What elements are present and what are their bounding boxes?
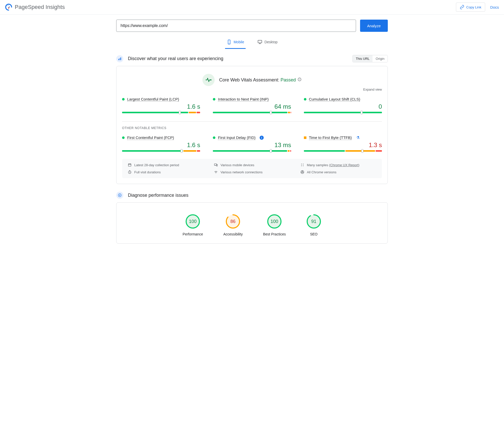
gauge-label: Best Practices bbox=[263, 232, 286, 236]
flask-icon[interactable]: ⚗ bbox=[356, 135, 360, 140]
metric-value: 1.6 s bbox=[122, 103, 200, 110]
copy-link-label: Copy Link bbox=[466, 5, 481, 9]
svg-rect-12 bbox=[128, 164, 131, 166]
assessment-row: Core Web Vitals Assessment: Passed ? bbox=[122, 74, 382, 86]
primary-metrics-grid: Largest Contentful Paint (LCP)1.6 sInter… bbox=[122, 97, 382, 113]
svg-point-20 bbox=[216, 173, 216, 173]
discover-header: Discover what your real users are experi… bbox=[116, 55, 388, 62]
diagnose-header: Diagnose performance issues bbox=[116, 192, 388, 199]
desktop-icon bbox=[257, 39, 262, 45]
metric-name-link[interactable]: First Input Delay (FID) bbox=[218, 135, 256, 140]
metric-name-link[interactable]: Time to First Byte (TTFB) bbox=[309, 135, 352, 140]
gauge-seo[interactable]: 91SEO bbox=[306, 214, 321, 236]
info-versions: All Chrome versions bbox=[300, 170, 376, 174]
pulse-icon bbox=[202, 74, 215, 86]
devices-icon bbox=[214, 163, 218, 167]
gauge-ring: 100 bbox=[267, 214, 282, 229]
device-tabs: Mobile Desktop bbox=[116, 37, 388, 49]
status-dot-icon bbox=[213, 136, 215, 139]
other-metrics-heading: OTHER NOTABLE METRICS bbox=[122, 126, 382, 130]
divider bbox=[122, 121, 382, 122]
percentile-marker bbox=[270, 111, 272, 114]
svg-rect-5 bbox=[258, 40, 262, 43]
other-metric: Time to First Byte (TTFB)⚗1.3 s bbox=[304, 135, 382, 152]
metric-value: 0 bbox=[304, 103, 382, 110]
metric-name-link[interactable]: Interaction to Next Paint (INP) bbox=[218, 97, 269, 102]
svg-point-9 bbox=[210, 79, 212, 81]
metric-value: 64 ms bbox=[213, 103, 291, 110]
status-square-icon bbox=[304, 136, 306, 139]
url-row: Analyze bbox=[116, 20, 388, 32]
tab-desktop-label: Desktop bbox=[264, 40, 277, 44]
svg-text:86: 86 bbox=[230, 219, 235, 224]
gauge-label: Accessibility bbox=[223, 232, 243, 236]
info-block: Latest 28-day collection period Various … bbox=[122, 159, 382, 178]
percentile-marker bbox=[270, 149, 272, 153]
gauge-ring: 100 bbox=[185, 214, 200, 229]
logo[interactable]: PageSpeed Insights bbox=[5, 4, 65, 11]
diagnose-card: 100Performance86Accessibility100Best Pra… bbox=[116, 202, 388, 244]
target-icon bbox=[116, 192, 123, 199]
assessment-result: Passed bbox=[280, 77, 296, 82]
gauge-accessibility[interactable]: 86Accessibility bbox=[223, 214, 243, 236]
status-dot-icon bbox=[122, 98, 125, 101]
svg-rect-8 bbox=[121, 57, 121, 60]
gauge-performance[interactable]: 100Performance bbox=[183, 214, 203, 236]
assessment-label: Core Web Vitals Assessment: bbox=[219, 77, 279, 82]
expand-view-link[interactable]: Expand view bbox=[122, 88, 382, 91]
percentile-marker bbox=[181, 149, 183, 153]
crux-link[interactable]: Chrome UX Report bbox=[330, 163, 358, 167]
svg-text:?: ? bbox=[299, 78, 300, 80]
copy-link-button[interactable]: Copy Link bbox=[456, 3, 485, 12]
link-icon bbox=[460, 5, 464, 9]
metric-value: 1.6 s bbox=[122, 142, 200, 149]
gauge-ring: 86 bbox=[225, 214, 241, 229]
chrome-icon bbox=[300, 170, 304, 174]
svg-point-17 bbox=[301, 165, 302, 166]
wifi-icon bbox=[214, 170, 218, 174]
info-devices: Various mobile devices bbox=[214, 163, 290, 167]
assessment-text: Core Web Vitals Assessment: Passed ? bbox=[219, 77, 302, 83]
info-period: Latest 28-day collection period bbox=[128, 163, 204, 167]
primary-metric: Cumulative Layout Shift (CLS)0 bbox=[304, 97, 382, 113]
samples-icon bbox=[300, 163, 304, 167]
svg-text:100: 100 bbox=[271, 219, 278, 224]
status-dot-icon bbox=[213, 98, 215, 101]
metric-name-link[interactable]: First Contentful Paint (FCP) bbox=[127, 135, 174, 140]
timer-icon bbox=[128, 170, 132, 174]
scope-origin[interactable]: Origin bbox=[373, 55, 388, 62]
percentile-marker bbox=[361, 111, 363, 114]
svg-rect-6 bbox=[118, 59, 119, 60]
metric-name-link[interactable]: Largest Contentful Paint (LCP) bbox=[127, 97, 179, 102]
tab-desktop[interactable]: Desktop bbox=[256, 37, 279, 49]
pagespeed-logo-icon bbox=[5, 4, 12, 11]
other-metric: First Input Delay (FID)i13 ms bbox=[213, 135, 291, 152]
discover-card: Core Web Vitals Assessment: Passed ? Exp… bbox=[116, 66, 388, 184]
info-connections: Various network connections bbox=[214, 170, 290, 174]
topbar: PageSpeed Insights Copy Link Docs bbox=[0, 0, 504, 15]
gauge-best-practices[interactable]: 100Best Practices bbox=[263, 214, 286, 236]
metric-name-link[interactable]: Cumulative Layout Shift (CLS) bbox=[309, 97, 360, 102]
svg-text:91: 91 bbox=[311, 219, 316, 224]
svg-rect-14 bbox=[216, 164, 217, 166]
distribution-bar bbox=[213, 112, 291, 113]
url-input[interactable] bbox=[116, 20, 356, 32]
distribution-bar bbox=[122, 112, 200, 113]
help-icon[interactable]: ? bbox=[298, 77, 302, 81]
gauges-row: 100Performance86Accessibility100Best Pra… bbox=[122, 208, 382, 238]
status-dot-icon bbox=[122, 136, 125, 139]
svg-rect-7 bbox=[120, 58, 120, 60]
svg-point-16 bbox=[303, 164, 304, 164]
gauge-ring: 91 bbox=[306, 214, 321, 229]
tab-mobile[interactable]: Mobile bbox=[225, 37, 246, 49]
info-badge-icon[interactable]: i bbox=[260, 136, 264, 140]
scope-this-url[interactable]: This URL bbox=[353, 55, 373, 62]
gauge-label: SEO bbox=[310, 232, 318, 236]
docs-link[interactable]: Docs bbox=[490, 5, 499, 9]
svg-point-22 bbox=[302, 172, 303, 173]
discover-title: Discover what your real users are experi… bbox=[128, 56, 348, 61]
chart-icon bbox=[116, 55, 123, 62]
svg-text:100: 100 bbox=[189, 219, 197, 224]
primary-metric: Largest Contentful Paint (LCP)1.6 s bbox=[122, 97, 200, 113]
analyze-button[interactable]: Analyze bbox=[360, 20, 388, 32]
